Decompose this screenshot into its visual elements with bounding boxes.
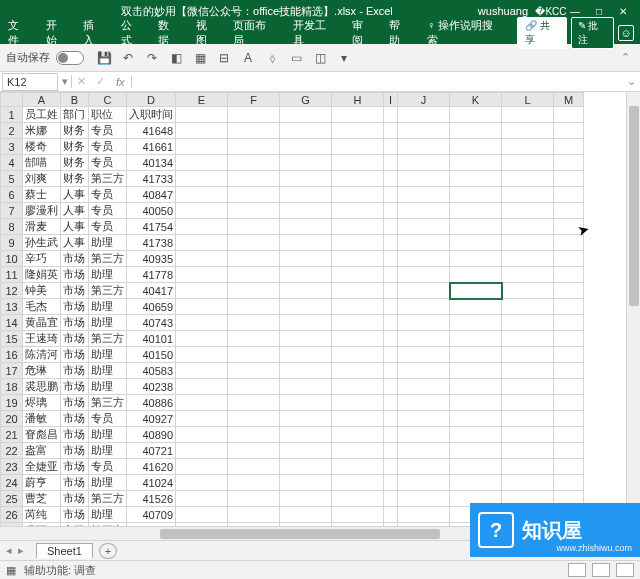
worksheet-grid[interactable]: ABCDEFGHIJKLM1员工姓部门职位入职时间2米娜财务专员416483楼奇… xyxy=(0,92,640,540)
cell[interactable] xyxy=(176,219,228,235)
cell[interactable]: 潘敏 xyxy=(23,411,61,427)
row-header[interactable]: 6 xyxy=(1,187,23,203)
cell[interactable]: 陈清河 xyxy=(23,347,61,363)
cell[interactable]: 盎富 xyxy=(23,443,61,459)
qat-icon-4[interactable]: A xyxy=(240,50,256,66)
menu-home[interactable]: 开始 xyxy=(44,16,70,50)
cell[interactable] xyxy=(384,507,398,523)
cell[interactable]: 市场 xyxy=(61,427,89,443)
cell[interactable] xyxy=(502,203,554,219)
cell[interactable] xyxy=(280,443,332,459)
cell[interactable] xyxy=(332,443,384,459)
cell[interactable]: 部门 xyxy=(61,107,89,123)
cell[interactable] xyxy=(384,251,398,267)
cell[interactable] xyxy=(384,219,398,235)
cell[interactable]: 市场 xyxy=(61,331,89,347)
cell[interactable] xyxy=(398,315,450,331)
cell[interactable]: 40659 xyxy=(127,299,176,315)
cell[interactable] xyxy=(332,187,384,203)
cell[interactable]: 眘彪昌 xyxy=(23,427,61,443)
annotate-button[interactable]: ✎ 批注 xyxy=(571,17,615,49)
cell[interactable]: 市场 xyxy=(61,267,89,283)
cell[interactable] xyxy=(398,219,450,235)
cell[interactable] xyxy=(450,219,502,235)
cell[interactable] xyxy=(450,315,502,331)
cell[interactable] xyxy=(176,475,228,491)
cell[interactable] xyxy=(332,347,384,363)
cell[interactable]: 40583 xyxy=(127,363,176,379)
cell[interactable] xyxy=(398,123,450,139)
cell[interactable] xyxy=(502,427,554,443)
cell[interactable] xyxy=(280,299,332,315)
cell[interactable]: 助理 xyxy=(89,507,127,523)
col-header-D[interactable]: D xyxy=(127,93,176,107)
horizontal-scroll-thumb[interactable] xyxy=(160,529,440,539)
cell[interactable] xyxy=(554,427,584,443)
cell[interactable]: 助理 xyxy=(89,235,127,251)
cell[interactable]: 米娜 xyxy=(23,123,61,139)
cell[interactable]: 人事 xyxy=(61,219,89,235)
cell[interactable] xyxy=(502,251,554,267)
cell[interactable]: 职位 xyxy=(89,107,127,123)
cell[interactable] xyxy=(554,347,584,363)
cell[interactable] xyxy=(554,107,584,123)
cell[interactable] xyxy=(554,443,584,459)
name-box[interactable]: K12 xyxy=(2,73,58,91)
cell[interactable] xyxy=(398,267,450,283)
cell[interactable]: 40238 xyxy=(127,379,176,395)
cell[interactable] xyxy=(384,475,398,491)
cell[interactable]: 人事 xyxy=(61,203,89,219)
save-icon[interactable]: 💾 xyxy=(96,50,112,66)
cell[interactable]: 滑麦 xyxy=(23,219,61,235)
cell[interactable] xyxy=(228,203,280,219)
cell[interactable] xyxy=(332,491,384,507)
row-header[interactable]: 1 xyxy=(1,107,23,123)
cell[interactable]: 专员 xyxy=(89,219,127,235)
share-button[interactable]: 🔗 共享 xyxy=(517,17,567,49)
cell[interactable]: 毛杰 xyxy=(23,299,61,315)
cell[interactable]: 市场 xyxy=(61,443,89,459)
cell[interactable] xyxy=(398,331,450,347)
cell[interactable] xyxy=(502,267,554,283)
cell[interactable] xyxy=(176,235,228,251)
cell[interactable] xyxy=(450,155,502,171)
cell[interactable] xyxy=(280,315,332,331)
cell[interactable] xyxy=(228,331,280,347)
cell[interactable]: 41620 xyxy=(127,459,176,475)
normal-view-button[interactable] xyxy=(568,563,586,577)
qat-icon-3[interactable]: ⊟ xyxy=(216,50,232,66)
cell[interactable]: 楼奇 xyxy=(23,139,61,155)
cell[interactable] xyxy=(332,379,384,395)
cell[interactable] xyxy=(502,459,554,475)
menu-insert[interactable]: 插入 xyxy=(81,16,107,50)
col-header-B[interactable]: B xyxy=(61,93,89,107)
cell[interactable] xyxy=(502,411,554,427)
cell[interactable]: 专员 xyxy=(89,411,127,427)
cell[interactable] xyxy=(228,475,280,491)
cell[interactable]: 40743 xyxy=(127,315,176,331)
cell[interactable]: 芮纯 xyxy=(23,507,61,523)
cell[interactable] xyxy=(280,459,332,475)
cell[interactable] xyxy=(280,283,332,299)
cell[interactable] xyxy=(332,171,384,187)
cell[interactable] xyxy=(176,283,228,299)
cell[interactable]: 助理 xyxy=(89,475,127,491)
row-header[interactable]: 12 xyxy=(1,283,23,299)
cell[interactable] xyxy=(280,331,332,347)
row-header[interactable]: 16 xyxy=(1,347,23,363)
cell[interactable] xyxy=(502,235,554,251)
cell[interactable] xyxy=(176,507,228,523)
cell[interactable] xyxy=(384,123,398,139)
cell[interactable] xyxy=(502,171,554,187)
cell[interactable] xyxy=(228,379,280,395)
cell[interactable] xyxy=(384,187,398,203)
cell[interactable]: 市场 xyxy=(61,299,89,315)
cell[interactable] xyxy=(384,235,398,251)
cell[interactable] xyxy=(228,347,280,363)
qat-icon-6[interactable]: ▭ xyxy=(288,50,304,66)
cell[interactable] xyxy=(280,219,332,235)
cell[interactable] xyxy=(384,107,398,123)
cell[interactable] xyxy=(554,187,584,203)
cell[interactable]: 市场 xyxy=(61,283,89,299)
cell[interactable]: 市场 xyxy=(61,475,89,491)
